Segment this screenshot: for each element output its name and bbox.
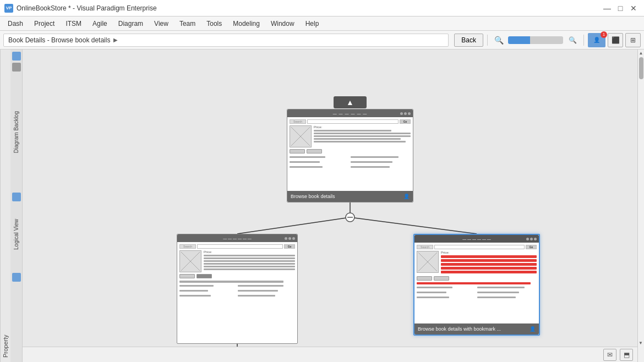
canvas-area[interactable]: ▲ — — — — — — Search Go (23, 50, 637, 362)
wf-mr-g1 (417, 287, 452, 288)
zoom-in-button[interactable]: 🔍 (565, 33, 580, 47)
wf-mr-go: Go (526, 245, 537, 249)
wf-label: Search (290, 119, 306, 124)
menu-tools[interactable]: Tools (201, 18, 227, 29)
tab-icon-2[interactable] (12, 63, 21, 72)
back-button[interactable]: Back (454, 34, 483, 47)
maximize-button[interactable]: □ (614, 2, 626, 14)
diagram-backlog-tab[interactable]: Diagram Backlog (13, 109, 19, 155)
title-bar-left: VP OnlineBookStore * - Visual Paradigm E… (4, 4, 157, 13)
wf-search-field (307, 119, 399, 124)
wf-mr-btn1 (417, 276, 432, 281)
wf-mr-text: Price: (441, 251, 537, 275)
toolbar-separator-1 (487, 35, 488, 46)
main-area: Property Diagram Backlog Logical View (0, 50, 644, 362)
wf-mr-image (417, 251, 439, 273)
up-arrow-button[interactable]: ▲ (334, 96, 367, 108)
wf-content-area: Price: (290, 125, 411, 147)
menu-dash[interactable]: Dash (2, 18, 29, 29)
menu-team[interactable]: Team (174, 18, 201, 29)
wf-ml-gv3l (238, 295, 275, 297)
wf-mr-btns (417, 276, 537, 281)
wf-node-label-mr: Browse book details with bookmark ... 👤 (414, 323, 539, 334)
app-icon: VP (4, 4, 13, 13)
canvas-svg (23, 50, 637, 362)
tab-icon-4[interactable] (12, 273, 21, 282)
close-button[interactable]: ✕ (627, 2, 640, 14)
share-icon-btn[interactable]: ⬒ (620, 349, 633, 361)
menu-diagram[interactable]: Diagram (113, 18, 149, 29)
wf-detail-label-1 (290, 155, 350, 159)
wf-ml-price: Price: (204, 250, 295, 254)
zoom-slider[interactable] (508, 36, 563, 44)
wf-mr-gv2l (477, 292, 519, 293)
wf-ml-gl1 (179, 284, 237, 288)
wf-ml-gv3 (238, 294, 295, 298)
menu-itsm[interactable]: ITSM (60, 18, 87, 29)
wf-label-icon-top: 👤 (403, 194, 410, 199)
wf-node-mid-left[interactable]: — — — — — — Search Go (177, 234, 298, 344)
wf-line-1 (314, 130, 391, 131)
wf-mr-gv3l (477, 297, 516, 298)
wf-mr-g2 (417, 292, 446, 293)
notifications-button[interactable]: 👤 1 (588, 33, 605, 47)
wf-detail-val-2 (351, 160, 411, 164)
menu-help[interactable]: Help (300, 18, 325, 29)
wf-line-3 (314, 135, 411, 137)
zoom-out-button[interactable]: 🔍 (492, 33, 506, 47)
wf-mr-gl2 (417, 290, 476, 294)
wf-ml-field (197, 244, 283, 249)
wf-node-mid-right[interactable]: — — — — — — Search Go (413, 234, 540, 336)
wf-node-top[interactable]: — — — — — — Search Go (287, 109, 413, 202)
wf-btn-2 (307, 149, 322, 153)
right-scrollbar[interactable]: ▲ ▼ (637, 50, 644, 362)
wf-ml-l1 (204, 255, 295, 256)
wf-price-label: Price: (314, 125, 411, 129)
wf-ml-g3 (179, 295, 211, 297)
tab-icon-1[interactable] (12, 52, 21, 61)
menu-project[interactable]: Project (29, 18, 60, 29)
wf-dl-3 (290, 166, 323, 168)
wf-ml-content: Price: (179, 250, 295, 272)
wf-buttons-row (290, 149, 411, 153)
wf-ml-g1 (179, 285, 214, 287)
scroll-up-arrow[interactable]: ▲ (639, 51, 643, 55)
email-icon-btn[interactable]: ✉ (603, 349, 616, 361)
wf-ml-gv2 (238, 289, 295, 293)
breadcrumb: Book Details - Browse book details ▶ (3, 34, 449, 47)
wf-search-ml: Search Go (179, 244, 295, 249)
menu-view[interactable]: View (149, 18, 174, 29)
wf-label-text-mr: Browse book details with bookmark ... (418, 326, 501, 332)
menu-window[interactable]: Window (265, 18, 300, 29)
wf-btn-1 (290, 149, 305, 153)
scroll-down-arrow[interactable]: ▼ (637, 341, 644, 345)
wf-mr-rl2 (441, 259, 537, 262)
scrollbar-thumb[interactable] (639, 57, 643, 79)
wf-ml-gv1 (238, 284, 295, 288)
pages-button[interactable]: ⊞ (625, 33, 641, 47)
menu-agile[interactable]: Agile (87, 18, 113, 29)
wf-ml-g2 (179, 290, 208, 292)
wf-mr-gv1l (477, 287, 525, 288)
wf-details-grid (290, 155, 411, 169)
wf-ml-l4 (204, 263, 295, 265)
wf-ml-label: Search (179, 244, 196, 249)
logical-view-tab[interactable]: Logical View (13, 217, 19, 252)
wf-ml-image (179, 250, 201, 272)
minimize-button[interactable]: — (601, 2, 613, 14)
wf-node-body-mr: Search Go Price: (414, 243, 539, 301)
property-tab[interactable]: Property (0, 50, 10, 362)
wf-dv-3 (351, 166, 390, 168)
menu-modeling[interactable]: Modeling (227, 18, 265, 29)
wf-dl-2 (290, 161, 320, 163)
monitor-button[interactable]: ⬛ (608, 33, 623, 47)
wf-ml-text: Price: (204, 250, 295, 272)
wf-mr-btn2 (434, 276, 449, 281)
wf-image (290, 125, 312, 147)
wf-ml-btn2 (197, 274, 212, 278)
wf-mr-field (434, 245, 525, 249)
menu-bar: Dash Project ITSM Agile Diagram View Tea… (0, 17, 644, 31)
wf-node-header-ml: — — — — — — (177, 234, 297, 242)
wf-mr-price: Price: (441, 251, 537, 254)
tab-icon-3[interactable] (12, 193, 21, 201)
